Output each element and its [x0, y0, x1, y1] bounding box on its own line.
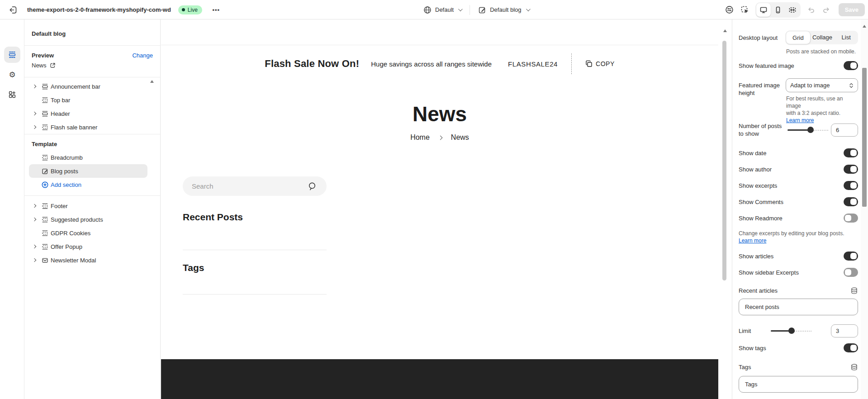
- sections-tab[interactable]: [4, 47, 20, 63]
- sidebar-item-breadcrumb[interactable]: Breadcrumb: [29, 151, 147, 164]
- tags-input[interactable]: [739, 376, 858, 393]
- layout-help-text: Posts are stacked on mobile.: [786, 48, 858, 55]
- divider: [183, 250, 327, 250]
- theme-settings-tab[interactable]: ⚙: [4, 66, 20, 83]
- show-date-toggle[interactable]: [844, 148, 858, 157]
- fullscreen-view-button[interactable]: [785, 3, 800, 17]
- recent-articles-input[interactable]: [739, 299, 858, 315]
- learn-more-link[interactable]: Learn more: [739, 238, 766, 244]
- locale-selector[interactable]: Default: [420, 4, 465, 16]
- divider: [161, 45, 718, 45]
- breadcrumb-home-link[interactable]: Home: [410, 133, 430, 142]
- desktop-view-button[interactable]: [756, 3, 771, 17]
- number-of-posts-slider[interactable]: [787, 127, 828, 133]
- limit-input[interactable]: [831, 324, 858, 337]
- locale-label: Default: [435, 6, 454, 13]
- sidebar-item-blog-posts[interactable]: Blog posts: [29, 164, 147, 178]
- exit-editor-button[interactable]: [6, 3, 20, 17]
- chevron-right-icon[interactable]: [33, 258, 36, 262]
- topbar: theme-export-os-2-0-framework-myshopify-…: [0, 0, 868, 19]
- external-link-icon[interactable]: [50, 62, 56, 68]
- show-readmore-label: Show Readmore: [739, 215, 783, 222]
- app-embeds-button[interactable]: [723, 3, 736, 17]
- plus-circle-icon: [40, 181, 50, 188]
- copy-code-button[interactable]: COPY: [585, 60, 615, 67]
- section-icon: [40, 243, 50, 250]
- undo-button[interactable]: [804, 3, 818, 17]
- search-icon[interactable]: [308, 181, 318, 191]
- featured-image-height-label: Featured image height: [739, 81, 785, 97]
- template-selector[interactable]: Default blog: [474, 4, 532, 16]
- section-icon: [40, 154, 50, 161]
- inspect-button[interactable]: [738, 3, 752, 17]
- chevron-right-icon[interactable]: [33, 112, 36, 115]
- sidebar-item-announcement-bar[interactable]: Announcement bar: [29, 80, 147, 93]
- section-icon: [40, 230, 50, 237]
- more-actions-button[interactable]: •••: [209, 3, 223, 17]
- scroll-up-arrow[interactable]: [863, 25, 866, 28]
- show-excerpts-toggle[interactable]: [844, 181, 858, 190]
- dynamic-source-icon[interactable]: [850, 287, 858, 294]
- panel-scrollbar: [861, 19, 868, 399]
- show-date-label: Show date: [739, 150, 766, 157]
- flash-sale-code: FLASHSALE24: [508, 60, 558, 68]
- preview-label: Preview: [32, 52, 54, 59]
- sidebar-item-footer[interactable]: Footer: [29, 199, 147, 213]
- redo-button[interactable]: [820, 3, 833, 17]
- chevron-right-icon[interactable]: [33, 85, 36, 88]
- layout-option-collage[interactable]: Collage: [811, 31, 835, 44]
- chevron-right-icon[interactable]: [33, 125, 36, 129]
- chevron-right-icon[interactable]: [33, 245, 36, 248]
- sidebar-item-header[interactable]: Header: [29, 107, 147, 120]
- limit-slider[interactable]: [771, 328, 811, 334]
- mobile-view-button[interactable]: [771, 3, 785, 17]
- show-articles-toggle[interactable]: [844, 252, 858, 261]
- show-comments-toggle[interactable]: [844, 197, 858, 206]
- section-icon: [40, 97, 50, 104]
- divider: [470, 5, 470, 15]
- number-of-posts-label: Number of posts to show: [739, 122, 785, 138]
- number-of-posts-input[interactable]: [831, 124, 858, 137]
- featured-image-height-select[interactable]: Adapt to image: [786, 78, 858, 92]
- scrollbar-thumb[interactable]: [722, 41, 726, 280]
- chevron-right-icon[interactable]: [33, 204, 36, 208]
- breadcrumb-current: News: [451, 133, 469, 142]
- flash-sale-title: Flash Sale Now On!: [265, 58, 359, 70]
- show-tags-toggle[interactable]: [844, 343, 858, 352]
- divider: [24, 45, 160, 46]
- save-button[interactable]: Save: [839, 3, 865, 16]
- chevron-right-icon: [438, 135, 442, 140]
- show-comments-label: Show Comments: [739, 199, 783, 205]
- dynamic-source-icon[interactable]: [850, 363, 858, 371]
- tree-scroll-up-arrow[interactable]: [150, 80, 154, 83]
- show-sidebar-excerpts-toggle[interactable]: [844, 268, 858, 277]
- divider: [24, 134, 160, 134]
- show-readmore-toggle[interactable]: [844, 214, 858, 223]
- layout-option-list[interactable]: List: [834, 31, 858, 44]
- layout-option-grid[interactable]: Grid: [786, 31, 811, 44]
- app-embeds-tab[interactable]: [4, 86, 20, 103]
- theme-name: theme-export-os-2-0-framework-myshopify-…: [27, 6, 171, 13]
- preview-footer-dark: [161, 359, 718, 399]
- scrollbar-thumb[interactable]: [862, 68, 867, 207]
- sidebar-item-top-bar[interactable]: Top bar: [29, 93, 147, 107]
- sidebar-item-flash-sale-banner[interactable]: Flash sale banner: [29, 120, 147, 134]
- desktop-icon: [759, 6, 768, 14]
- inspector-cursor-icon: [740, 5, 749, 14]
- sidebar-item-suggested-products[interactable]: Suggested products: [29, 213, 147, 226]
- fullscreen-icon: [788, 6, 797, 14]
- show-author-toggle[interactable]: [844, 165, 858, 174]
- show-featured-image-toggle[interactable]: [844, 61, 858, 70]
- chevron-right-icon[interactable]: [33, 218, 36, 221]
- sidebar-item-newsletter-modal[interactable]: Newsletter Modal: [29, 253, 147, 267]
- preview-page-name: News: [32, 62, 47, 69]
- add-section-button[interactable]: Add section: [29, 178, 147, 191]
- scroll-up-arrow[interactable]: [723, 29, 727, 32]
- globe-icon: [423, 6, 432, 14]
- search-input[interactable]: [192, 182, 308, 190]
- sidebar-item-offer-popup[interactable]: Offer Popup: [29, 240, 147, 253]
- copy-icon: [585, 60, 593, 67]
- flash-sale-subtitle: Huge savings across all ranges sitewide: [371, 60, 492, 68]
- sidebar-item-gdpr-cookies[interactable]: GDPR Cookies: [29, 226, 147, 240]
- change-preview-link[interactable]: Change: [132, 52, 153, 59]
